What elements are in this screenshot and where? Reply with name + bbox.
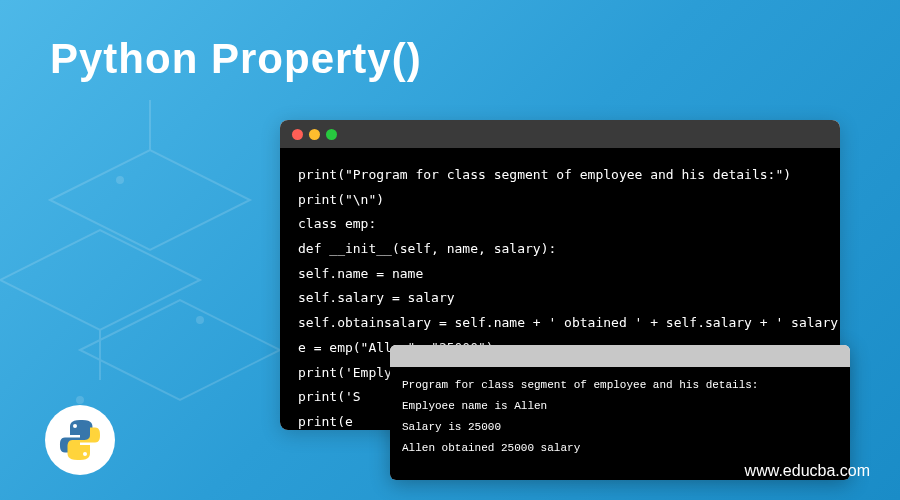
python-logo-icon — [45, 405, 115, 475]
output-line: Program for class segment of employee an… — [402, 375, 838, 396]
svg-point-1 — [197, 317, 203, 323]
code-line: self.obtainsalary = self.name + ' obtain… — [298, 311, 822, 336]
minimize-icon[interactable] — [309, 129, 320, 140]
close-icon[interactable] — [292, 129, 303, 140]
code-line: class emp: — [298, 212, 822, 237]
code-line: def __init__(self, name, salary): — [298, 237, 822, 262]
output-titlebar — [390, 345, 850, 367]
code-line: print("\n") — [298, 188, 822, 213]
output-line: Salary is 25000 — [402, 417, 838, 438]
page-title: Python Property() — [50, 35, 422, 83]
code-line: self.name = name — [298, 262, 822, 287]
code-line: print("Program for class segment of empl… — [298, 163, 822, 188]
svg-point-5 — [73, 424, 77, 428]
website-url: www.educba.com — [745, 462, 870, 480]
svg-point-2 — [77, 397, 83, 403]
output-line: Emplyoee name is Allen — [402, 396, 838, 417]
code-line: self.salary = salary — [298, 286, 822, 311]
maximize-icon[interactable] — [326, 129, 337, 140]
svg-point-6 — [83, 452, 87, 456]
window-titlebar — [280, 120, 840, 148]
output-line: Allen obtained 25000 salary — [402, 438, 838, 459]
svg-point-0 — [117, 177, 123, 183]
output-terminal-window: Program for class segment of employee an… — [390, 345, 850, 480]
